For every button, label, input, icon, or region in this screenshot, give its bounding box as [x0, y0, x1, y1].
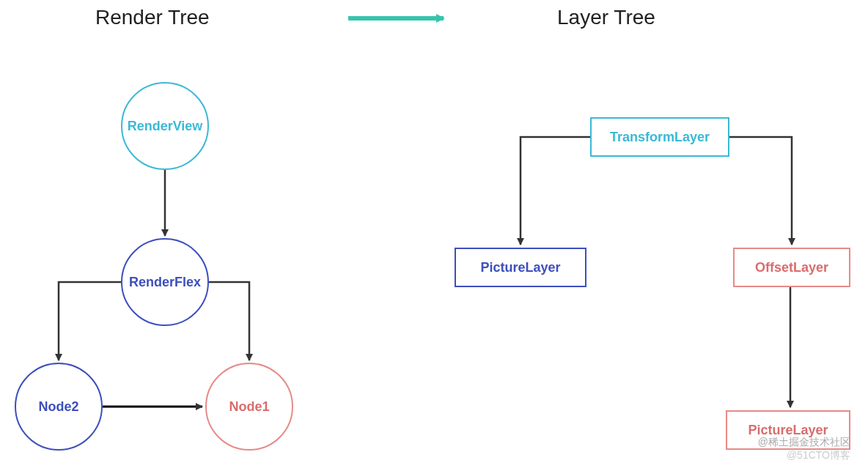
node-node1: Node1: [205, 363, 293, 451]
watermark-2: @51CTO博客: [787, 449, 850, 462]
edge-transform-offset: [729, 137, 792, 245]
node-transformlayer: TransformLayer: [590, 117, 729, 157]
edge-renderflex-node1: [209, 282, 249, 360]
node-picturelayer-left: PictureLayer: [455, 248, 586, 287]
node-node2: Node2: [15, 363, 103, 451]
node-renderflex: RenderFlex: [121, 238, 209, 326]
title-layer-tree: Layer Tree: [557, 6, 655, 29]
edge-transform-picture: [521, 137, 590, 245]
title-render-tree: Render Tree: [95, 6, 210, 29]
diagram-connectors: [0, 0, 868, 474]
watermark-1: @稀土掘金技术社区: [758, 436, 850, 449]
node-renderview: RenderView: [121, 82, 209, 170]
edge-renderflex-node2: [59, 282, 121, 360]
node-offsetlayer: OffsetLayer: [733, 248, 850, 287]
